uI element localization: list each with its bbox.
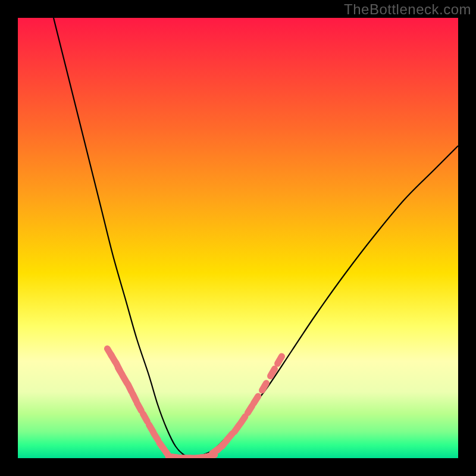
pink-marker [143, 414, 148, 421]
pink-marker [227, 434, 232, 440]
pink-marker [278, 356, 282, 364]
pink-marker [240, 416, 245, 424]
pink-marker [137, 403, 142, 411]
pink-marker [262, 383, 267, 390]
plot-area [18, 18, 458, 458]
watermark-text: TheBottleneck.com [344, 1, 471, 18]
pink-marker [253, 396, 258, 403]
chart-container: TheBottleneck.com [0, 0, 476, 476]
pink-marker [271, 369, 275, 376]
pink-marker [133, 394, 136, 402]
pink-marker [248, 406, 252, 413]
pink-marker-group [107, 349, 281, 458]
bottleneck-curve [54, 18, 458, 458]
curve-svg [18, 18, 458, 458]
pink-marker [128, 384, 131, 392]
pink-marker [154, 433, 158, 440]
